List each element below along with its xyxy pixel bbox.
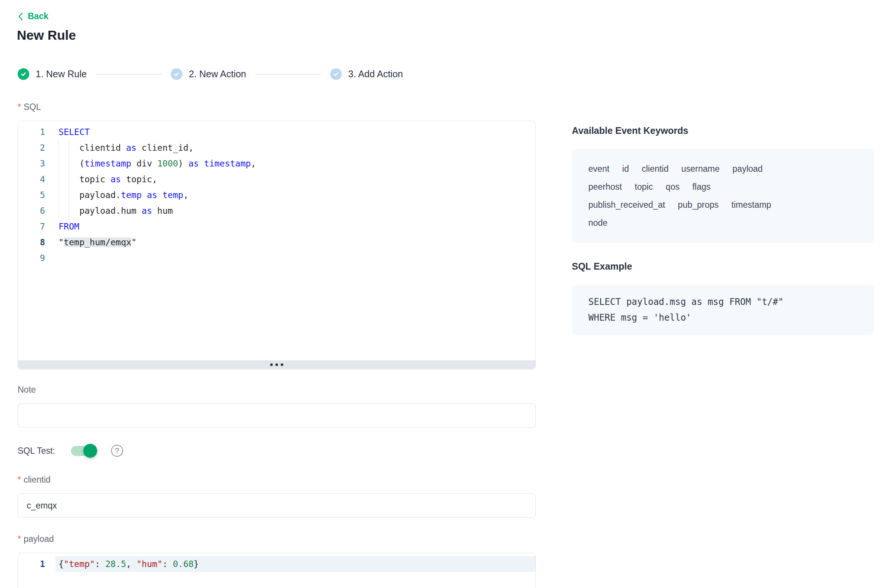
keyword-row: node	[588, 214, 858, 232]
required-mark: *	[18, 534, 21, 544]
line-number: 3	[18, 156, 56, 171]
payload-editor[interactable]: 1{"temp": 28.5, "hum": 0.68}	[18, 553, 536, 588]
code-text: FROM	[56, 219, 535, 234]
code-line-8[interactable]: 8"temp_hum/emqx"	[18, 234, 535, 250]
sql-test-label: SQL Test:	[18, 446, 55, 456]
keyword-rows: eventidclientidusernamepayloadpeerhostto…	[588, 160, 858, 232]
sql-code-lines: 1SELECT2 clientid as client_id,3 (timest…	[18, 121, 535, 266]
code-text: SELECT	[56, 124, 535, 140]
keyword-topic[interactable]: topic	[635, 178, 653, 196]
keyword-username[interactable]: username	[681, 160, 720, 178]
keyword-payload[interactable]: payload	[732, 160, 763, 178]
step-1-label: 1. New Rule	[36, 69, 87, 80]
sql-editor[interactable]: 1SELECT2 clientid as client_id,3 (timest…	[18, 121, 536, 370]
required-mark: *	[18, 102, 21, 112]
note-field-label: Note	[18, 385, 36, 395]
keyword-event[interactable]: event	[588, 160, 609, 178]
back-label: Back	[28, 11, 48, 21]
line-number: 1	[18, 124, 56, 140]
handle-dot	[270, 363, 273, 366]
payload-code-lines: 1{"temp": 28.5, "hum": 0.68}	[18, 553, 535, 572]
sql-example-code: SELECT payload.msg as msg FROM "t/#" WHE…	[588, 294, 863, 326]
editor-resize-handle[interactable]	[18, 360, 535, 369]
code-text	[56, 250, 535, 266]
code-text: (timestamp div 1000) as timestamp,	[56, 156, 535, 171]
keyword-publish_received_at[interactable]: publish_received_at	[588, 196, 665, 214]
code-line-2[interactable]: 2 clientid as client_id,	[18, 140, 535, 156]
step-2-check-icon	[171, 68, 182, 80]
keyword-row: publish_received_atpub_propstimestamp	[588, 196, 858, 214]
note-input[interactable]	[18, 404, 536, 428]
line-number: 2	[18, 140, 56, 156]
line-number: 8	[18, 234, 56, 250]
keywords-box: eventidclientidusernamepayloadpeerhostto…	[572, 148, 874, 243]
code-line-4[interactable]: 4 topic as topic,	[18, 171, 535, 187]
code-text: topic as topic,	[56, 171, 535, 187]
code-line-6[interactable]: 6 payload.hum as hum	[18, 203, 535, 219]
line-number: 6	[18, 203, 56, 219]
handle-dot	[281, 363, 283, 366]
code-line-3[interactable]: 3 (timestamp div 1000) as timestamp,	[18, 156, 535, 171]
clientid-input[interactable]	[18, 494, 536, 518]
step-new-action: 2. New Action	[171, 68, 246, 80]
chevron-left-icon	[18, 12, 23, 21]
sql-example-title: SQL Example	[572, 261, 632, 272]
sql-example-box: SELECT payload.msg as msg FROM "t/#" WHE…	[572, 284, 874, 335]
step-add-action: 3. Add Action	[330, 68, 403, 80]
line-number: 7	[18, 219, 56, 234]
indent-guide	[58, 140, 59, 219]
step-connector	[255, 74, 321, 75]
indent-guide	[69, 140, 69, 219]
step-connector	[96, 74, 162, 75]
keyword-node[interactable]: node	[588, 214, 607, 232]
keyword-row: eventidclientidusernamepayload	[588, 160, 858, 178]
keyword-row: peerhosttopicqosflags	[588, 178, 858, 196]
keyword-id[interactable]: id	[622, 160, 629, 178]
line-number: 5	[18, 187, 56, 203]
help-icon[interactable]: ?	[111, 445, 123, 457]
keyword-flags[interactable]: flags	[692, 178, 711, 196]
step-new-rule: 1. New Rule	[18, 68, 87, 80]
sql-field-label: *SQL	[18, 102, 41, 112]
page-title: New Rule	[17, 28, 76, 43]
handle-dot	[275, 363, 278, 366]
line-number: 9	[18, 250, 56, 266]
code-text: {"temp": 28.5, "hum": 0.68}	[56, 556, 535, 572]
step-3-label: 3. Add Action	[348, 69, 403, 80]
step-1-check-icon	[18, 68, 29, 80]
sql-test-toggle[interactable]	[71, 446, 96, 456]
keyword-qos[interactable]: qos	[666, 178, 680, 196]
step-2-label: 2. New Action	[189, 69, 246, 80]
line-number: 4	[18, 171, 56, 187]
steps-bar: 1. New Rule 2. New Action 3. Add Action	[18, 68, 403, 80]
keyword-pub_props[interactable]: pub_props	[678, 196, 719, 214]
back-button[interactable]: Back	[18, 11, 48, 21]
keyword-clientid[interactable]: clientid	[642, 160, 669, 178]
code-line-1[interactable]: 1SELECT	[18, 124, 535, 140]
step-3-check-icon	[330, 68, 342, 80]
required-mark: *	[18, 475, 21, 484]
sql-test-row: SQL Test: ?	[18, 445, 123, 457]
keywords-panel-title: Available Event Keywords	[572, 125, 688, 136]
line-number: 1	[18, 556, 56, 572]
clientid-field-label: *clientid	[18, 475, 51, 485]
code-text: "temp_hum/emqx"	[56, 234, 535, 250]
keyword-timestamp[interactable]: timestamp	[731, 196, 771, 214]
code-text: clientid as client_id,	[56, 140, 535, 156]
code-line-5[interactable]: 5 payload.temp as temp,	[18, 187, 535, 203]
toggle-knob	[83, 444, 97, 458]
code-line-9[interactable]: 9	[18, 250, 535, 266]
code-line-1[interactable]: 1{"temp": 28.5, "hum": 0.68}	[18, 556, 535, 572]
code-line-7[interactable]: 7FROM	[18, 219, 535, 234]
new-rule-page: Back New Rule 1. New Rule 2. New Action …	[0, 0, 884, 588]
payload-field-label: *payload	[18, 534, 54, 544]
code-text: payload.temp as temp,	[56, 187, 535, 203]
code-text: payload.hum as hum	[56, 203, 535, 219]
keyword-peerhost[interactable]: peerhost	[588, 178, 622, 196]
